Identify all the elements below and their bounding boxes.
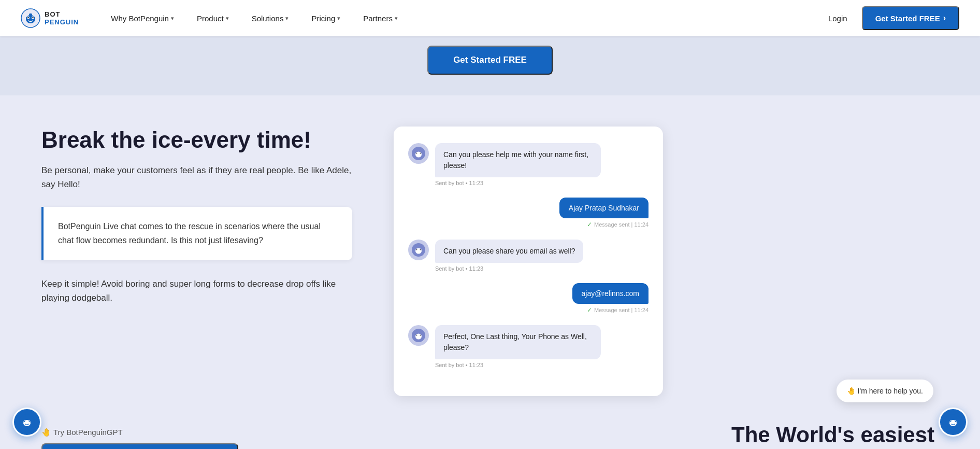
bot-message-3-text: Perfect, One Last thing, Your Phone as W…: [443, 331, 593, 353]
bot-bubble-3: Perfect, One Last thing, Your Phone as W…: [435, 325, 601, 368]
nav-item-product[interactable]: Product ▾: [185, 0, 240, 36]
svg-point-19: [416, 249, 417, 250]
quote-block: BotPenguin Live chat comes to the rescue…: [41, 207, 352, 260]
main-subtext: Be personal, make your customers feel as…: [41, 163, 352, 191]
svg-point-32: [29, 421, 30, 422]
chevron-down-icon: ▾: [395, 15, 398, 22]
user-bubble-1-container: Ajay Pratap Sudhakar ✓ Message sent | 11…: [559, 198, 648, 228]
check-icon-1: ✓: [587, 221, 592, 228]
bot-avatar-1: [408, 143, 429, 164]
svg-point-26: [420, 335, 421, 336]
logo-text: BOT PENGUIN: [45, 10, 79, 26]
bot-icon-left: [19, 414, 35, 430]
chevron-down-icon: ▾: [226, 15, 229, 22]
svg-point-31: [24, 421, 25, 422]
chat-widget: Can you please help me with your name fi…: [394, 127, 663, 396]
chat-message-bot-3: Perfect, One Last thing, Your Phone as W…: [408, 325, 648, 368]
gpt-tag: 🤚 Try BotPenguinGPT: [41, 428, 238, 437]
quote-text: BotPenguin Live chat comes to the rescue…: [58, 219, 338, 247]
logo[interactable]: BOT PENGUIN: [21, 8, 79, 28]
nav-item-solutions[interactable]: Solutions ▾: [240, 0, 300, 36]
svg-point-37: [950, 421, 952, 422]
chevron-down-icon: ▾: [285, 15, 289, 22]
login-button[interactable]: Login: [822, 10, 854, 27]
hero-section: Get Started FREE: [0, 36, 980, 95]
float-right-chat-button[interactable]: [939, 408, 968, 437]
svg-rect-8: [34, 17, 35, 20]
user-bubble-2-container: ajay@relinns.com ✓ Message sent | 11:24: [572, 283, 648, 314]
svg-point-14: [420, 153, 421, 154]
bot-avatar-2: [408, 240, 429, 260]
secondary-text: Keep it simple! Avoid boring and super l…: [41, 277, 352, 305]
svg-rect-6: [29, 13, 32, 16]
get-started-button[interactable]: Get Started FREE ›: [862, 6, 959, 30]
content-right: Can you please help me with your name fi…: [383, 127, 673, 396]
user-message-1-meta: ✓ Message sent | 11:24: [559, 221, 648, 228]
chat-message-bot-2: Can you please share you email as well? …: [408, 240, 648, 272]
main-heading: Break the ice-every time!: [41, 127, 352, 154]
bot-message-1-text: Can you please help me with your name fi…: [443, 149, 593, 171]
user-bubble-2: ajay@relinns.com: [572, 283, 648, 304]
nav-item-partners[interactable]: Partners ▾: [352, 0, 409, 36]
user-message-2-meta: ✓ Message sent | 11:24: [572, 306, 648, 314]
bottom-left: 🤚 Try BotPenguinGPT Get Started FREE: [41, 428, 238, 449]
chat-message-bot-1: Can you please help me with your name fi…: [408, 143, 648, 186]
bottom-section: 🤚 Try BotPenguinGPT Get Started FREE The…: [0, 417, 980, 449]
chat-user-row-2: ajay@relinns.com ✓ Message sent | 11:24: [408, 283, 648, 314]
svg-point-5: [32, 17, 33, 18]
hero-cta-button[interactable]: Get Started FREE: [427, 46, 553, 75]
float-left-chat-button[interactable]: [12, 408, 41, 437]
bot-bubble-2: Can you please share you email as well? …: [435, 240, 583, 272]
main-content: Break the ice-every time! Be personal, m…: [0, 95, 980, 417]
bot-message-2-meta: Sent by bot • 11:23: [435, 265, 583, 272]
bottom-heading: The World's easiest Lead: [731, 422, 939, 449]
chevron-down-icon: ▾: [337, 15, 340, 22]
nav-links: Why BotPenguin ▾ Product ▾ Solutions ▾ P…: [99, 0, 822, 36]
logo-icon: [21, 8, 40, 28]
content-left: Break the ice-every time! Be personal, m…: [41, 127, 352, 305]
chevron-down-icon: ▾: [171, 15, 174, 22]
hero-cta-bar: Get Started FREE: [427, 36, 553, 85]
navbar: BOT PENGUIN Why BotPenguin ▾ Product ▾ S…: [0, 0, 980, 36]
chat-popup: 🤚 I'm here to help you.: [837, 380, 933, 402]
check-icon-2: ✓: [587, 306, 592, 314]
svg-rect-7: [26, 17, 27, 20]
bot-message-2-text: Can you please share you email as well?: [443, 246, 575, 257]
popup-text: 🤚 I'm here to help you.: [847, 387, 923, 395]
bot-message-1-meta: Sent by bot • 11:23: [435, 180, 601, 186]
user-bubble-1: Ajay Pratap Sudhakar: [559, 198, 648, 218]
bot-icon-right: [945, 414, 961, 430]
nav-actions: Login Get Started FREE ›: [822, 6, 959, 30]
svg-point-38: [955, 421, 956, 422]
nav-item-pricing[interactable]: Pricing ▾: [300, 0, 352, 36]
svg-point-20: [420, 249, 421, 250]
nav-item-why[interactable]: Why BotPenguin ▾: [99, 0, 185, 36]
svg-point-25: [416, 335, 417, 336]
bottom-cta-button[interactable]: Get Started FREE: [41, 443, 238, 449]
svg-point-4: [27, 17, 28, 18]
svg-point-13: [416, 153, 417, 154]
arrow-icon: ›: [943, 13, 946, 23]
bot-message-3-meta: Sent by bot • 11:23: [435, 362, 601, 368]
bot-bubble-1: Can you please help me with your name fi…: [435, 143, 601, 186]
chat-user-row-1: Ajay Pratap Sudhakar ✓ Message sent | 11…: [408, 198, 648, 228]
bot-avatar-3: [408, 325, 429, 346]
